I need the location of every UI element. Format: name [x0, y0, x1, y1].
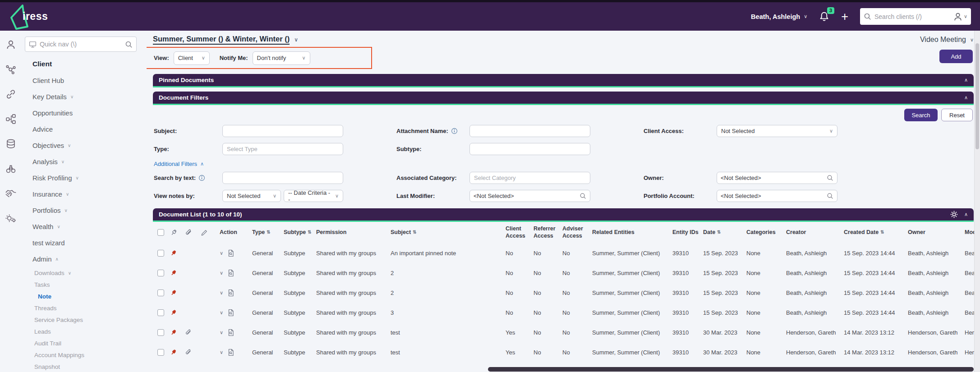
links-icon[interactable] [4, 89, 18, 99]
document-filters-section-header[interactable]: Document Filters ∧ [153, 92, 974, 105]
profile-quick-menu[interactable]: ∨ [953, 12, 967, 21]
view-notes-by-select[interactable]: Not Selected ∨ [222, 190, 281, 202]
horizontal-scrollbar[interactable] [299, 367, 974, 372]
row-checkbox[interactable] [157, 309, 164, 316]
sidebar-item-client[interactable]: Client [32, 56, 144, 72]
sidebar-item-service-packages[interactable]: Service Packages [32, 314, 144, 326]
preview-document-icon[interactable] [227, 269, 235, 277]
vertical-scrollbar-thumb[interactable] [975, 43, 979, 149]
preview-document-icon[interactable] [227, 249, 235, 257]
select-all-checkbox[interactable] [157, 229, 164, 236]
search-icon[interactable] [580, 193, 586, 199]
attachment-name-input[interactable] [469, 125, 590, 137]
preview-document-icon[interactable] [227, 289, 235, 297]
view-select[interactable]: Client ∨ [174, 51, 210, 65]
owner-value[interactable] [721, 175, 824, 181]
column-header-client-access[interactable]: Client Access [505, 222, 533, 243]
action-menu-chevron[interactable]: ∨ [220, 270, 223, 276]
subtype-input[interactable] [469, 143, 590, 155]
sidebar-item-objectives[interactable]: Objectives∨ [32, 137, 144, 153]
type-input[interactable] [222, 143, 343, 155]
last-modifier-value[interactable] [474, 193, 577, 199]
row-checkbox[interactable] [157, 349, 164, 356]
video-meeting-dropdown[interactable]: Video Meeting ∨ [920, 36, 974, 44]
document-list-section-header[interactable]: Document List (1 to 10 of 10) ∧ [153, 208, 974, 222]
vertical-scrollbar[interactable] [974, 31, 980, 372]
chevron-up-icon[interactable]: ∧ [964, 95, 968, 101]
pinned-icon[interactable] [170, 309, 177, 316]
sidebar-item-leads[interactable]: Leads [32, 326, 144, 337]
pinned-documents-section-header[interactable]: Pinned Documents ∧ [153, 74, 974, 87]
pinned-icon[interactable] [170, 250, 177, 257]
preview-document-icon[interactable] [227, 309, 235, 317]
portfolio-account-value[interactable] [721, 193, 824, 199]
analysis-binoculars-icon[interactable] [4, 164, 18, 174]
last-modifier-picker[interactable] [469, 190, 590, 202]
horizontal-scrollbar-thumb[interactable] [488, 367, 974, 372]
additional-filters-toggle[interactable]: Additional Filters ∧ [154, 161, 973, 167]
search-icon[interactable] [827, 175, 833, 181]
column-header-subject[interactable]: Subject⇅ [390, 222, 505, 243]
sidebar-item-analysis[interactable]: Analysis∨ [32, 153, 144, 170]
action-menu-chevron[interactable]: ∨ [220, 250, 223, 256]
column-header-subtype[interactable]: Subtype⇅ [283, 222, 315, 243]
action-menu-chevron[interactable]: ∨ [220, 349, 223, 355]
chevron-up-icon[interactable]: ∧ [964, 211, 968, 217]
preview-document-icon[interactable] [227, 329, 235, 336]
add-new-button[interactable]: + [841, 11, 848, 22]
sidebar-item-threads[interactable]: Threads [32, 302, 144, 314]
chevron-up-icon[interactable]: ∧ [964, 77, 968, 83]
row-checkbox[interactable] [157, 250, 164, 257]
paperclip-column-icon[interactable] [185, 229, 192, 236]
client-person-icon[interactable] [4, 40, 18, 50]
column-header-related-entities[interactable]: Related Entities [591, 222, 672, 243]
preview-document-icon[interactable] [227, 349, 235, 356]
column-header-referrer-access[interactable]: Referrer Access [533, 222, 561, 243]
row-checkbox[interactable] [157, 289, 164, 296]
sidebar-item-account-mappings[interactable]: Account Mappings [32, 349, 144, 361]
sidebar-item-admin[interactable]: Admin∧ [32, 251, 144, 267]
pin-column-icon[interactable] [170, 229, 177, 236]
relationships-network-icon[interactable] [4, 64, 18, 74]
info-icon[interactable] [451, 128, 458, 134]
sidebar-item-test-wizard[interactable]: test wizard [32, 234, 144, 251]
page-title[interactable]: Summer, Summer () & Winter, Winter () [153, 35, 290, 45]
gear-icon[interactable] [950, 211, 958, 218]
sidebar-item-advice[interactable]: Advice [32, 121, 144, 137]
column-header-action[interactable]: Action [219, 222, 251, 243]
sidebar-item-opportunities[interactable]: Opportunities [32, 105, 144, 121]
portfolio-account-picker[interactable] [717, 190, 837, 202]
column-header-permission[interactable]: Permission [315, 222, 390, 243]
search-by-text-input[interactable] [222, 172, 343, 184]
sidebar-item-note[interactable]: Note [32, 290, 144, 302]
user-menu[interactable]: Beath, Ashleigh ∨ [751, 13, 807, 20]
info-icon[interactable] [198, 175, 205, 181]
sidebar-item-key-details[interactable]: Key Details∨ [32, 88, 144, 105]
sidebar-item-insurance[interactable]: Insurance∨ [32, 186, 144, 202]
column-header-owner[interactable]: Owner [907, 222, 964, 243]
sidebar-item-portfolios[interactable]: Portfolios∨ [32, 202, 144, 218]
insurance-handshake-icon[interactable] [4, 188, 18, 198]
sort-icon[interactable]: ⇅ [413, 230, 416, 235]
sidebar-item-risk-profiling[interactable]: Risk Profiling∨ [32, 170, 144, 186]
action-menu-chevron[interactable]: ∨ [220, 290, 223, 296]
sidebar-item-downloads[interactable]: Downloads∨ [32, 267, 144, 279]
associated-category-input[interactable] [469, 172, 590, 184]
quick-nav-input[interactable]: Quick nav (\) [25, 37, 137, 52]
chevron-down-icon[interactable]: ∨ [294, 37, 298, 43]
action-menu-chevron[interactable]: ∨ [220, 310, 223, 316]
portfolios-gears-icon[interactable] [4, 213, 18, 223]
column-header-date[interactable]: Date⇅ [702, 222, 745, 243]
pinned-icon[interactable] [170, 349, 177, 356]
sort-icon[interactable]: ⇅ [308, 230, 311, 235]
owner-picker[interactable] [717, 172, 837, 184]
sidebar-item-client-hub[interactable]: Client Hub [32, 72, 144, 88]
column-header-created-date[interactable]: Created Date⇅ [843, 222, 907, 243]
action-menu-chevron[interactable]: ∨ [220, 330, 223, 335]
sidebar-item-tasks[interactable]: Tasks [32, 279, 144, 290]
add-button[interactable]: Add [939, 50, 973, 63]
opportunities-sitemap-icon[interactable] [4, 114, 18, 124]
notify-me-select[interactable]: Don't notify ∨ [253, 51, 310, 65]
pinned-icon[interactable] [170, 270, 177, 276]
pinned-icon[interactable] [170, 329, 177, 336]
